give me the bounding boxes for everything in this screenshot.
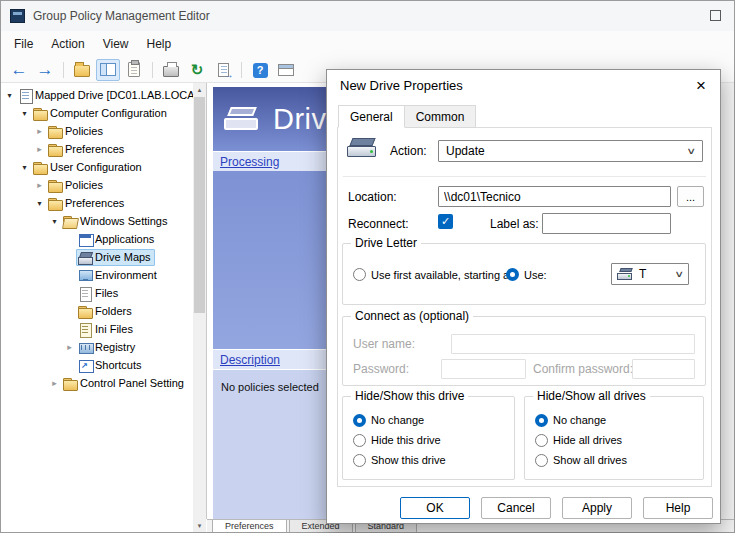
- toolbar-export-list-button[interactable]: [211, 59, 235, 81]
- tree-item-drive-maps[interactable]: Drive Maps: [1, 248, 193, 266]
- close-icon[interactable]: ×: [689, 75, 713, 96]
- expand-arrow-icon[interactable]: ▸: [33, 180, 46, 190]
- password-label: Password:: [353, 362, 409, 376]
- tab-common[interactable]: Common: [404, 105, 477, 128]
- menu-action[interactable]: Action: [42, 33, 93, 55]
- scroll-up-icon[interactable]: ▴: [193, 83, 206, 96]
- ini-icon: [78, 323, 93, 336]
- menu-view[interactable]: View: [94, 33, 138, 55]
- tree-item-folders[interactable]: Folders: [1, 302, 193, 320]
- tree-item-label: Drive Maps: [93, 251, 151, 263]
- drive-letter-dropdown[interactable]: T ∨: [611, 263, 689, 285]
- help-button[interactable]: Help: [643, 497, 713, 519]
- tab-preferences[interactable]: Preferences: [212, 520, 287, 532]
- menu-file[interactable]: File: [5, 33, 42, 55]
- drive-icon: [617, 267, 635, 281]
- content-scrollbar[interactable]: [720, 83, 734, 519]
- radio-hide-all-drives[interactable]: Hide all drives: [535, 430, 699, 450]
- folder-icon: [78, 305, 93, 318]
- scrollbar-thumb[interactable]: [194, 97, 205, 313]
- cancel-button[interactable]: Cancel: [481, 497, 551, 519]
- toolbar-print-button[interactable]: [159, 59, 183, 81]
- tree-item-control-panel-setting[interactable]: ▸Control Panel Setting: [1, 374, 193, 392]
- tree-item-content: Registry: [76, 339, 139, 356]
- tree-item-content: Drive Maps: [76, 249, 155, 266]
- tree-item-label: Computer Configuration: [48, 107, 167, 119]
- action-dropdown[interactable]: Update ∨: [438, 140, 703, 162]
- toolbar-separator: [63, 62, 64, 78]
- tree-item-preferences[interactable]: ▸Preferences: [1, 140, 193, 158]
- radio-hide-this-drive[interactable]: Hide this drive: [353, 430, 510, 450]
- action-value: Update: [446, 144, 688, 158]
- tree-item-ini-files[interactable]: Ini Files: [1, 320, 193, 338]
- connect-as-group-title: Connect as (optional): [351, 309, 473, 323]
- tree-item-preferences[interactable]: ▾Preferences: [1, 194, 193, 212]
- radio-use-first-available[interactable]: Use first available, starting at:: [353, 268, 515, 281]
- label-as-input[interactable]: [542, 213, 671, 234]
- file-icon: [78, 287, 93, 300]
- tree-item-windows-settings[interactable]: ▾Windows Settings: [1, 212, 193, 230]
- toolbar-show-console-tree-button[interactable]: [96, 59, 120, 81]
- tree-item-content: Preferences: [46, 141, 128, 158]
- toolbar-refresh-button[interactable]: [185, 59, 209, 81]
- tree-item-policies[interactable]: ▸Policies: [1, 122, 193, 140]
- toolbar-properties-button[interactable]: [122, 59, 146, 81]
- toolbar-help-button[interactable]: [248, 59, 272, 81]
- hide-show-this-drive-title: Hide/Show this drive: [351, 389, 468, 403]
- collapse-arrow-icon[interactable]: ▾: [18, 109, 31, 118]
- tab-general[interactable]: General: [338, 105, 405, 128]
- browse-button[interactable]: ...: [677, 186, 704, 207]
- user-name-label: User name:: [353, 337, 415, 351]
- tree-item-files[interactable]: Files: [1, 284, 193, 302]
- tree-item-label: Mapped Drive [DC01.LAB.LOCA: [33, 89, 193, 101]
- scroll-down-icon[interactable]: ▾: [193, 519, 206, 532]
- dialog-tabs: General Common: [338, 105, 475, 128]
- tree-item-label: Policies: [63, 125, 103, 137]
- chevron-down-icon: ∨: [675, 269, 685, 279]
- collapse-arrow-icon[interactable]: ▾: [18, 163, 31, 172]
- description-link[interactable]: Description: [220, 353, 280, 367]
- radio-icon: [353, 454, 366, 467]
- tree-item-shortcuts[interactable]: Shortcuts: [1, 356, 193, 374]
- up-one-level-icon: [74, 65, 90, 77]
- tree-scrollbar[interactable]: ▴ ▾: [193, 83, 206, 532]
- tree-item-environment[interactable]: Environment: [1, 266, 193, 284]
- expand-arrow-icon[interactable]: ▸: [33, 126, 46, 136]
- tree-item-label: Shortcuts: [93, 359, 141, 371]
- expand-arrow-icon[interactable]: ▸: [63, 342, 76, 352]
- tree-item-content: Applications: [76, 231, 158, 248]
- toolbar-separator: [152, 62, 153, 78]
- radio-show-this-drive[interactable]: Show this drive: [353, 450, 510, 470]
- collapse-arrow-icon[interactable]: ▾: [33, 199, 46, 208]
- tree-item-label: Policies: [63, 179, 103, 191]
- radio-show-all-drives[interactable]: Show all drives: [535, 450, 699, 470]
- tree-item-content: Shortcuts: [76, 357, 145, 374]
- tree-item-mapped-drive-dc01-lab-loca[interactable]: ▾Mapped Drive [DC01.LAB.LOCA: [1, 86, 193, 104]
- tree-item-applications[interactable]: Applications: [1, 230, 193, 248]
- menu-help[interactable]: Help: [138, 33, 181, 55]
- radio-use[interactable]: Use:: [506, 268, 547, 281]
- reconnect-checkbox[interactable]: ✓: [438, 214, 453, 229]
- expand-arrow-icon[interactable]: ▸: [33, 144, 46, 154]
- folder-icon: [33, 107, 48, 120]
- collapse-arrow-icon[interactable]: ▾: [3, 91, 16, 100]
- tree-item-registry[interactable]: ▸Registry: [1, 338, 193, 356]
- folder-icon: [48, 125, 63, 138]
- ok-button[interactable]: OK: [400, 497, 470, 519]
- tree-item-computer-configuration[interactable]: ▾Computer Configuration: [1, 104, 193, 122]
- radio-no-change[interactable]: No change: [353, 410, 510, 430]
- toolbar-up-one-level-button[interactable]: [70, 59, 94, 81]
- collapse-arrow-icon[interactable]: ▾: [48, 217, 61, 226]
- radio-icon: [353, 268, 366, 281]
- toolbar-show-action-pane-button[interactable]: [274, 59, 298, 81]
- location-input[interactable]: [438, 186, 671, 207]
- expand-arrow-icon[interactable]: ▸: [48, 378, 61, 388]
- tree-item-policies[interactable]: ▸Policies: [1, 176, 193, 194]
- toolbar-back-button[interactable]: [7, 59, 31, 81]
- toolbar-forward-button[interactable]: [33, 59, 57, 81]
- maximize-button[interactable]: [710, 10, 721, 21]
- tree-item-user-configuration[interactable]: ▾User Configuration: [1, 158, 193, 176]
- apply-button[interactable]: Apply: [562, 497, 632, 519]
- processing-link[interactable]: Processing: [220, 155, 279, 169]
- radio-no-change[interactable]: No change: [535, 410, 699, 430]
